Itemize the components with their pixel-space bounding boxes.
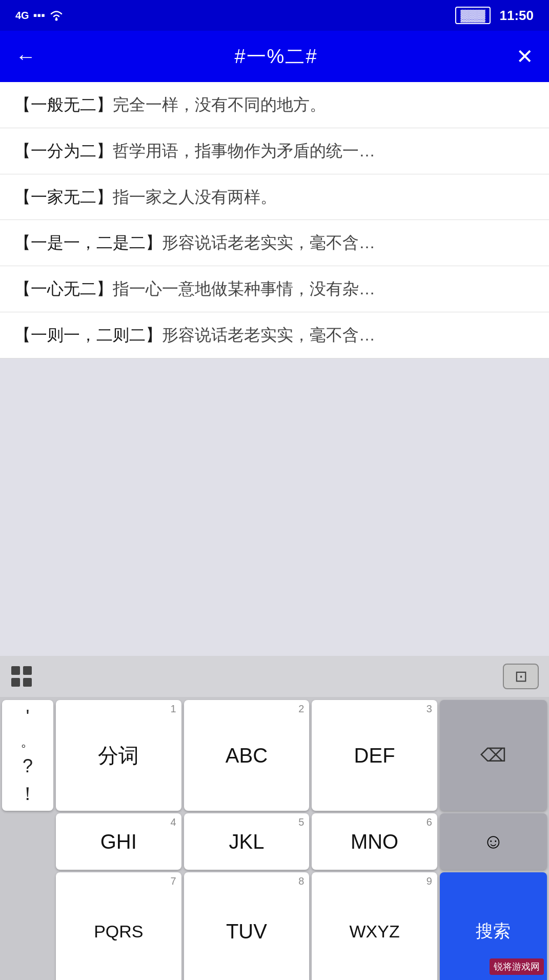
key-label-wxyz: WXYZ <box>349 923 399 940</box>
result-key-3: 【一是一，二是二】 <box>14 233 162 252</box>
search-label: 搜索 <box>476 919 511 943</box>
grid-icon-button[interactable] <box>10 665 33 688</box>
key-fenci[interactable]: 1 分词 <box>56 700 181 811</box>
key-jkl[interactable]: 5 JKL <box>184 813 310 870</box>
back-button[interactable]: ← <box>15 45 36 68</box>
battery-icon: ▓▓▓ <box>455 7 490 24</box>
key-def[interactable]: 3 DEF <box>312 700 437 811</box>
result-def-1: 哲学用语，指事物作为矛盾的统一… <box>113 142 375 160</box>
result-key-4: 【一心无二】 <box>14 279 113 298</box>
keyboard-row-3: 7 PQRS 8 TUV 9 WXYZ 搜索 <box>2 872 547 980</box>
watermark: 锐将游戏网 <box>490 958 544 975</box>
result-key-1: 【一分为二】 <box>14 142 113 160</box>
result-def-2: 指一家之人没有两样。 <box>113 188 277 206</box>
key-wxyz[interactable]: 9 WXYZ <box>312 872 437 980</box>
results-area: 【一般无二】完全一样，没有不同的地方。【一分为二】哲学用语，指事物作为矛盾的统一… <box>0 82 549 358</box>
collapse-icon: ⊡ <box>515 667 527 685</box>
keyboard-row-1: ' 。 ? ！ 1 分词 2 ABC 3 DEF ⌫ <box>2 700 547 811</box>
time-display: 11:50 <box>500 8 534 24</box>
key-tuv[interactable]: 8 TUV <box>184 872 310 980</box>
result-item-0[interactable]: 【一般无二】完全一样，没有不同的地方。 <box>0 82 549 128</box>
punct-question[interactable]: ? <box>23 752 33 780</box>
key-label-pqrs: PQRS <box>94 923 143 940</box>
key-num-1: 1 <box>171 703 176 715</box>
emoji-icon: ☺ <box>483 830 504 853</box>
punct-column: ' 。 ? ！ <box>2 700 53 811</box>
backspace-button[interactable]: ⌫ <box>440 700 547 811</box>
key-label-abc: ABC <box>226 745 268 766</box>
key-num-6: 6 <box>426 816 432 828</box>
key-num-3: 3 <box>426 703 432 715</box>
svg-rect-2 <box>23 666 32 675</box>
status-right: ▓▓▓ 11:50 <box>455 7 534 24</box>
key-label-fenci: 分词 <box>98 745 139 766</box>
result-key-5: 【一则一，二则二】 <box>14 326 162 344</box>
backspace-icon: ⌫ <box>480 745 506 766</box>
key-abc[interactable]: 2 ABC <box>184 700 310 811</box>
key-label-ghi: GHI <box>100 831 137 852</box>
key-label-jkl: JKL <box>229 831 264 852</box>
punct-period[interactable]: 。 <box>21 731 35 752</box>
emoji-button[interactable]: ☺ <box>440 813 547 870</box>
key-label-tuv: TUV <box>226 921 267 942</box>
punct-exclaim[interactable]: ！ <box>18 780 37 808</box>
network-indicator: 4G <box>15 10 29 22</box>
result-key-2: 【一家无二】 <box>14 188 113 206</box>
key-ghi[interactable]: 4 GHI <box>56 813 181 870</box>
key-num-8: 8 <box>298 875 304 887</box>
svg-rect-1 <box>11 666 20 675</box>
result-key-0: 【一般无二】 <box>14 95 113 114</box>
punct-apostrophe[interactable]: ' <box>26 703 30 731</box>
key-mno[interactable]: 6 MNO <box>312 813 437 870</box>
grid-icon <box>10 665 33 688</box>
svg-rect-3 <box>11 678 20 687</box>
key-label-def: DEF <box>354 745 395 766</box>
keyboard: ' 。 ? ！ 1 分词 2 ABC 3 DEF ⌫ 4 GHI <box>0 697 549 980</box>
empty-area <box>0 358 549 656</box>
key-num-2: 2 <box>298 703 304 715</box>
key-pqrs[interactable]: 7 PQRS <box>56 872 181 980</box>
key-num-9: 9 <box>426 875 432 887</box>
collapse-keyboard-button[interactable]: ⊡ <box>503 664 539 689</box>
signal-icon: ▪▪▪ <box>33 9 45 22</box>
key-label-mno: MNO <box>351 831 398 852</box>
result-item-2[interactable]: 【一家无二】指一家之人没有两样。 <box>0 174 549 221</box>
result-item-5[interactable]: 【一则一，二则二】形容说话老老实实，毫不含… <box>0 312 549 358</box>
status-left: 4G ▪▪▪ <box>15 9 64 22</box>
header: ← #一%二# ✕ <box>0 31 549 82</box>
key-num-7: 7 <box>171 875 176 887</box>
keyboard-row-2: 4 GHI 5 JKL 6 MNO ☺ <box>2 813 547 870</box>
key-num-5: 5 <box>298 816 304 828</box>
status-bar: 4G ▪▪▪ ▓▓▓ 11:50 <box>0 0 549 31</box>
result-def-0: 完全一样，没有不同的地方。 <box>113 95 326 114</box>
result-item-1[interactable]: 【一分为二】哲学用语，指事物作为矛盾的统一… <box>0 128 549 174</box>
key-num-4: 4 <box>171 816 176 828</box>
result-item-3[interactable]: 【一是一，二是二】形容说话老老实实，毫不含… <box>0 220 549 266</box>
svg-rect-4 <box>23 678 32 687</box>
result-def-4: 指一心一意地做某种事情，没有杂… <box>113 279 375 298</box>
wifi-icon <box>49 10 64 21</box>
close-button[interactable]: ✕ <box>516 45 534 68</box>
svg-point-0 <box>55 18 58 21</box>
result-def-5: 形容说话老老实实，毫不含… <box>162 326 375 344</box>
search-title: #一%二# <box>234 44 317 70</box>
result-def-3: 形容说话老老实实，毫不含… <box>162 233 375 252</box>
result-item-4[interactable]: 【一心无二】指一心一意地做某种事情，没有杂… <box>0 266 549 312</box>
keyboard-toolbar: ⊡ <box>0 656 549 697</box>
